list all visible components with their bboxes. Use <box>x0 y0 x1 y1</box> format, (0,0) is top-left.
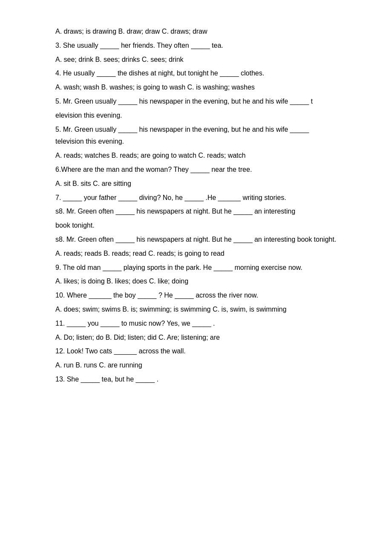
answer-12: 12. Look! Two cats ______ across the wal… <box>55 345 337 358</box>
q8-text-cont: book tonight. <box>55 222 95 229</box>
question-11: A. does; swim; swims B. is; swimming; is… <box>55 304 337 316</box>
question-3: 3. She usually _____ her friends. They o… <box>55 40 337 52</box>
question-13: A. run B. runs C. are running <box>55 359 337 372</box>
q3-text: 3. She usually _____ her friends. They o… <box>55 42 223 49</box>
question-5-cont: elevision this evening. <box>55 110 337 122</box>
question-4: 4. He usually _____ the dishes at night,… <box>55 67 337 80</box>
q5-text-cont: elevision this evening. <box>55 112 122 119</box>
answer-7-text: 7. _____ your father _____ diving? No, h… <box>55 194 286 201</box>
answer-4: A. wash; wash B. washes; is going to was… <box>55 81 337 94</box>
answer-9-text: 9. The old man _____ playing sports in t… <box>55 264 303 271</box>
q8-text: s8. Mr. Green often _____ his newspapers… <box>55 208 295 215</box>
question-6: A. reads; watches B. reads; are going to… <box>55 150 337 162</box>
question-8-cont: book tonight. <box>55 220 337 232</box>
q10-text: A. likes; is doing B. likes; does C. lik… <box>55 278 188 285</box>
main-content: A. draws; is drawing B. draw; draw C. dr… <box>55 26 337 386</box>
q7-text: A. sit B. sits C. are sitting <box>55 180 131 187</box>
q4-text: 4. He usually _____ the dishes at night,… <box>55 69 264 77</box>
answer-8-text: s8. Mr. Green often _____ his newspapers… <box>55 236 336 243</box>
answer-3: A. see; drink B. sees; drinks C. sees; d… <box>55 54 337 66</box>
answer-11-text: 11. _____ you _____ to music now? Yes, w… <box>55 320 215 327</box>
question-12: A. Do; listen; do B. Did; listen; did C.… <box>55 332 337 344</box>
answer-5-text: 5. Mr. Green usually _____ his newspaper… <box>55 126 309 145</box>
question-7: A. sit B. sits C. are sitting <box>55 178 337 190</box>
answer-13: 13. She _____ tea, but he _____ . <box>55 373 337 386</box>
answer-6: 6.Where are the man and the woman? They … <box>55 164 337 176</box>
answer-a1-text: A. draws; is drawing B. draw; draw C. dr… <box>55 28 208 35</box>
question-9: A. reads; reads B. reads; read C. reads;… <box>55 248 337 260</box>
answer-7: 7. _____ your father _____ diving? No, h… <box>55 192 337 204</box>
answer-8: s8. Mr. Green often _____ his newspapers… <box>55 234 337 246</box>
question-8: s8. Mr. Green often _____ his newspapers… <box>55 205 337 218</box>
answer-11: 11. _____ you _____ to music now? Yes, w… <box>55 318 337 330</box>
question-5: 5. Mr. Green usually _____ his newspaper… <box>55 95 337 108</box>
q5-text: 5. Mr. Green usually _____ his newspaper… <box>55 98 313 105</box>
question-10: A. likes; is doing B. likes; does C. lik… <box>55 275 337 288</box>
answer-9: 9. The old man _____ playing sports in t… <box>55 262 337 274</box>
answer-13-text: 13. She _____ tea, but he _____ . <box>55 376 159 383</box>
answer-line-a1: A. draws; is drawing B. draw; draw C. dr… <box>55 26 337 38</box>
answer-4-text: A. wash; wash B. washes; is going to was… <box>55 84 255 91</box>
q13-text: A. run B. runs C. are running <box>55 361 142 369</box>
q9-text: A. reads; reads B. reads; read C. reads;… <box>55 250 225 257</box>
q11-text: A. does; swim; swims B. is; swimming; is… <box>55 306 286 313</box>
answer-6-text: 6.Where are the man and the woman? They … <box>55 166 252 173</box>
answer-3-text: A. see; drink B. sees; drinks C. sees; d… <box>55 56 184 63</box>
answer-12-text: 12. Look! Two cats ______ across the wal… <box>55 347 186 355</box>
answer-10-text: 10. Where ______ the boy _____ ? He ____… <box>55 292 258 299</box>
answer-10: 10. Where ______ the boy _____ ? He ____… <box>55 289 337 302</box>
q12-text: A. Do; listen; do B. Did; listen; did C.… <box>55 334 220 341</box>
q6-text: A. reads; watches B. reads; are going to… <box>55 152 245 159</box>
answer-5: 5. Mr. Green usually _____ his newspaper… <box>55 124 337 148</box>
